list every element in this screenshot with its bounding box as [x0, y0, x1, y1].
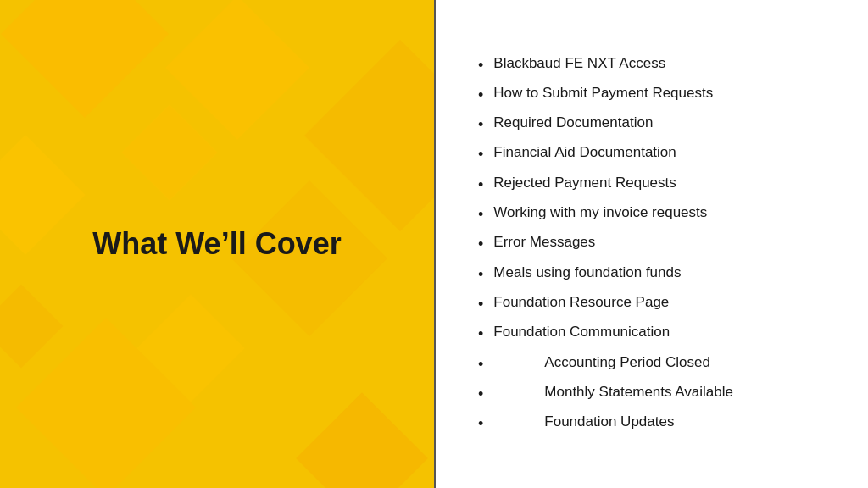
- list-item-item-6: •Working with my invoice requests: [478, 203, 733, 225]
- list-item-text: Required Documentation: [493, 114, 653, 133]
- slide-title: What We’ll Cover: [58, 226, 375, 262]
- bullet-icon: •: [478, 294, 483, 314]
- list-item-item-12: •Monthly Statements Available: [478, 383, 733, 404]
- bullet-icon: •: [478, 175, 483, 195]
- list-item-text: Monthly Statements Available: [493, 383, 733, 402]
- bg-shape-2: [165, 0, 309, 140]
- bg-shape-7: [296, 392, 428, 488]
- bg-shape-1: [1, 0, 169, 118]
- list-item-text: Accounting Period Closed: [493, 353, 710, 373]
- list-item-text: Rejected Payment Requests: [493, 174, 676, 193]
- list-item-text: Blackbaud FE NXT Access: [493, 54, 665, 74]
- bullet-icon: •: [478, 55, 483, 75]
- list-item-item-3: •Required Documentation: [478, 114, 733, 135]
- list-item-text: Foundation Communication: [493, 323, 670, 342]
- list-item-item-7: •Error Messages: [478, 233, 733, 254]
- list-item-text: Financial Aid Documentation: [493, 143, 676, 163]
- bullet-icon: •: [478, 114, 483, 135]
- bullet-icon: •: [478, 204, 483, 225]
- list-item-item-4: •Financial Aid Documentation: [478, 143, 733, 164]
- bullet-icon: •: [478, 413, 483, 434]
- bullet-icon: •: [478, 234, 483, 254]
- list-item-item-1: •Blackbaud FE NXT Access: [478, 54, 733, 75]
- list-item-item-13: •Foundation Updates: [478, 413, 733, 434]
- list-item-item-10: •Foundation Communication: [478, 323, 733, 344]
- list-item-item-2: •How to Submit Payment Requests: [478, 84, 733, 105]
- list-item-item-8: •Meals using foundation funds: [478, 263, 733, 285]
- list-item-text: Foundation Updates: [493, 413, 674, 432]
- bg-shape-9: [0, 285, 63, 369]
- list-item-item-9: •Foundation Resource Page: [478, 293, 733, 314]
- list-item-item-5: •Rejected Payment Requests: [478, 174, 733, 195]
- list-item-text: How to Submit Payment Requests: [493, 84, 713, 103]
- list-item-text: Meals using foundation funds: [493, 263, 681, 283]
- bullet-icon: •: [478, 384, 483, 404]
- bullet-icon: •: [478, 354, 483, 374]
- bg-shape-10: [121, 104, 217, 200]
- bullet-icon: •: [478, 144, 483, 164]
- list-item-text: Working with my invoice requests: [493, 203, 707, 223]
- bullet-icon: •: [478, 324, 483, 344]
- list-item-item-11: •Accounting Period Closed: [478, 353, 733, 374]
- right-panel: •Blackbaud FE NXT Access•How to Submit P…: [436, 0, 868, 488]
- bullet-icon: •: [478, 264, 483, 285]
- left-panel: What We’ll Cover: [0, 0, 434, 488]
- bullet-icon: •: [478, 85, 483, 105]
- list-item-text: Foundation Resource Page: [493, 293, 669, 313]
- list-item-text: Error Messages: [493, 233, 595, 252]
- content-list: •Blackbaud FE NXT Access•How to Submit P…: [478, 54, 733, 443]
